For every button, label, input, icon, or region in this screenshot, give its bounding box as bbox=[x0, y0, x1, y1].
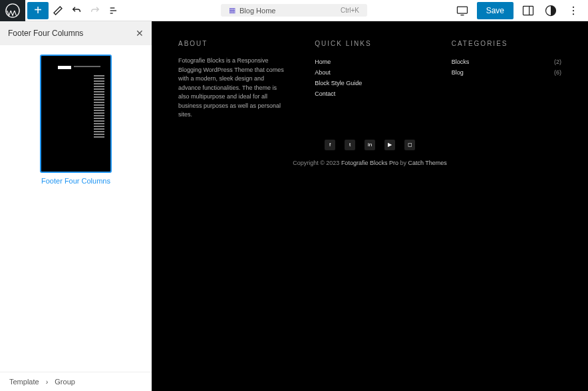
svg-point-11 bbox=[573, 13, 574, 15]
list-item[interactable]: Contact bbox=[315, 88, 424, 99]
save-button[interactable]: Save bbox=[477, 2, 514, 19]
template-icon: ▦ bbox=[229, 6, 235, 15]
youtube-icon[interactable]: ▶ bbox=[384, 140, 395, 150]
add-block-button[interactable]: + bbox=[27, 2, 49, 19]
sidebar-title: Footer Four Columns bbox=[8, 29, 83, 38]
sidebar-header: Footer Four Columns ✕ bbox=[0, 21, 152, 45]
list-item[interactable]: Block Style Guide bbox=[315, 78, 424, 88]
list-item[interactable]: Blog(6) bbox=[452, 67, 561, 78]
undo-icon[interactable] bbox=[67, 1, 86, 20]
twitter-icon[interactable]: t bbox=[345, 140, 355, 150]
linkedin-icon[interactable]: in bbox=[365, 140, 375, 150]
categories-column: CATEGORIES Blocks(2) Blog(6) bbox=[452, 40, 561, 120]
svg-rect-6 bbox=[523, 6, 533, 15]
shortcut-hint: Ctrl+K bbox=[341, 7, 359, 14]
svg-point-9 bbox=[573, 6, 574, 7]
breadcrumb-root[interactable]: Template bbox=[9, 378, 39, 386]
document-overview-icon[interactable] bbox=[104, 1, 123, 20]
edit-icon[interactable] bbox=[49, 1, 67, 20]
pattern-sidebar: Footer Four Columns ✕ Footer Four Column… bbox=[0, 21, 152, 391]
settings-panel-icon[interactable] bbox=[520, 3, 536, 19]
chevron-right-icon: › bbox=[46, 378, 49, 386]
quicklinks-heading: QUICK LINKS bbox=[315, 40, 424, 47]
close-icon[interactable]: ✕ bbox=[136, 28, 144, 39]
list-item[interactable]: Home bbox=[315, 57, 424, 67]
template-selector[interactable]: ▦ Blog Home Ctrl+K bbox=[221, 4, 367, 17]
breadcrumb-child[interactable]: Group bbox=[55, 378, 75, 386]
pattern-thumbnail bbox=[40, 55, 112, 173]
facebook-icon[interactable]: f bbox=[325, 140, 335, 150]
pattern-card[interactable]: Footer Four Columns bbox=[40, 55, 112, 185]
pattern-label: Footer Four Columns bbox=[40, 177, 112, 185]
editor-canvas[interactable]: ABOUT Fotografie Blocks is a Responsive … bbox=[152, 21, 588, 391]
instagram-icon[interactable]: ◻ bbox=[404, 140, 415, 150]
template-name: Blog Home bbox=[239, 7, 275, 15]
list-item[interactable]: Blocks(2) bbox=[452, 57, 561, 67]
list-item[interactable]: About bbox=[315, 67, 424, 78]
more-options-icon[interactable] bbox=[565, 3, 581, 19]
breadcrumb: Template › Group bbox=[0, 372, 152, 391]
wordpress-logo[interactable] bbox=[0, 0, 25, 21]
top-toolbar: + ▦ Blog Home Ctrl+K Save bbox=[0, 0, 588, 21]
social-icons: f t in ▶ ◻ bbox=[178, 140, 561, 150]
about-heading: ABOUT bbox=[178, 40, 288, 47]
categories-heading: CATEGORIES bbox=[452, 40, 561, 47]
copyright: Copyright © 2023 Fotografie Blocks Pro b… bbox=[178, 160, 561, 166]
about-text: Fotografie Blocks is a Responsive Bloggi… bbox=[178, 57, 288, 120]
quicklinks-column: QUICK LINKS Home About Block Style Guide… bbox=[315, 40, 424, 120]
view-icon[interactable] bbox=[454, 3, 470, 19]
theme-link[interactable]: Fotografie Blocks Pro bbox=[341, 160, 398, 166]
styles-icon[interactable] bbox=[543, 3, 559, 19]
redo-icon[interactable] bbox=[86, 1, 104, 20]
footer-columns: ABOUT Fotografie Blocks is a Responsive … bbox=[178, 40, 561, 120]
svg-point-10 bbox=[573, 9, 574, 11]
about-column: ABOUT Fotografie Blocks is a Responsive … bbox=[178, 40, 288, 120]
svg-rect-4 bbox=[457, 7, 467, 13]
author-link[interactable]: Catch Themes bbox=[408, 160, 446, 166]
